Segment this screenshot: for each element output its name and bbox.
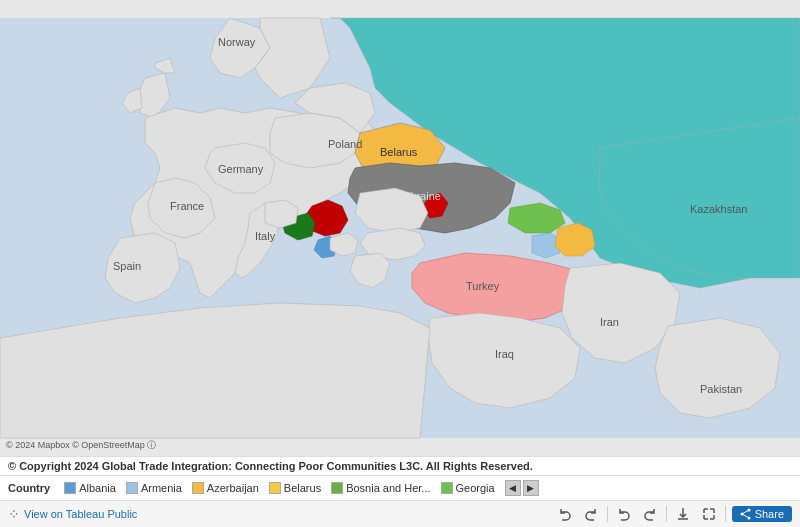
svg-line-17: [742, 510, 749, 514]
legend-item-georgia: Georgia: [441, 482, 495, 494]
toolbar-controls: Share: [555, 504, 792, 524]
armenia-swatch: [126, 482, 138, 494]
copyright-bar: © Copyright 2024 Global Trade Integratio…: [0, 456, 800, 475]
undo2-button[interactable]: [614, 504, 634, 524]
albania-label: Albania: [79, 482, 116, 494]
main-container: Norway Poland Germany France Italy Spain…: [0, 0, 800, 527]
toolbar-divider-1: [607, 506, 608, 522]
legend-item-belarus: Belarus: [269, 482, 321, 494]
svg-text:Poland: Poland: [328, 138, 362, 150]
svg-text:Norway: Norway: [218, 36, 256, 48]
svg-text:Iran: Iran: [600, 316, 619, 328]
undo-button[interactable]: [555, 504, 575, 524]
tableau-link[interactable]: ⁘ View on Tableau Public: [8, 506, 137, 522]
georgia-swatch: [441, 482, 453, 494]
legend-label: Country: [8, 482, 50, 494]
svg-text:Iraq: Iraq: [495, 348, 514, 360]
svg-text:France: France: [170, 200, 204, 212]
svg-line-18: [742, 514, 749, 518]
legend-item-armenia: Armenia: [126, 482, 182, 494]
azerbaijan-label: Azerbaijan: [207, 482, 259, 494]
legend-bar: Country Albania Armenia Azerbaijan Belar…: [0, 475, 800, 500]
bosnia-swatch: [331, 482, 343, 494]
svg-text:Belarus: Belarus: [380, 146, 418, 158]
svg-text:Kazakhstan: Kazakhstan: [690, 203, 747, 215]
legend-item-bosnia: Bosnia and Her...: [331, 482, 430, 494]
svg-text:Germany: Germany: [218, 163, 264, 175]
map-area[interactable]: Norway Poland Germany France Italy Spain…: [0, 0, 800, 456]
azerbaijan-swatch: [192, 482, 204, 494]
bosnia-label: Bosnia and Her...: [346, 482, 430, 494]
map-attribution: © 2024 Mapbox © OpenStreetMap ⓘ: [6, 439, 156, 452]
svg-text:Spain: Spain: [113, 260, 141, 272]
share-label: Share: [755, 508, 784, 520]
download-button[interactable]: [673, 504, 693, 524]
copyright-text: © Copyright 2024 Global Trade Integratio…: [8, 460, 533, 472]
belarus-swatch: [269, 482, 281, 494]
fullscreen-button[interactable]: [699, 504, 719, 524]
tableau-link-text[interactable]: View on Tableau Public: [24, 508, 137, 520]
legend-item-albania: Albania: [64, 482, 116, 494]
albania-swatch: [64, 482, 76, 494]
redo-button[interactable]: [581, 504, 601, 524]
legend-prev-button[interactable]: ◀: [505, 480, 521, 496]
legend-item-azerbaijan: Azerbaijan: [192, 482, 259, 494]
redo2-button[interactable]: [640, 504, 660, 524]
toolbar-divider-3: [725, 506, 726, 522]
legend-navigation[interactable]: ◀ ▶: [505, 480, 539, 496]
toolbar-divider-2: [666, 506, 667, 522]
belarus-label: Belarus: [284, 482, 321, 494]
toolbar-bar: ⁘ View on Tableau Public: [0, 500, 800, 527]
armenia-label: Armenia: [141, 482, 182, 494]
share-button[interactable]: Share: [732, 506, 792, 522]
tableau-dots-icon: ⁘: [8, 506, 20, 522]
legend-next-button[interactable]: ▶: [523, 480, 539, 496]
svg-text:Pakistan: Pakistan: [700, 383, 742, 395]
svg-text:Turkey: Turkey: [466, 280, 500, 292]
svg-text:Italy: Italy: [255, 230, 276, 242]
georgia-label: Georgia: [456, 482, 495, 494]
svg-text:Ukraine: Ukraine: [403, 190, 441, 202]
